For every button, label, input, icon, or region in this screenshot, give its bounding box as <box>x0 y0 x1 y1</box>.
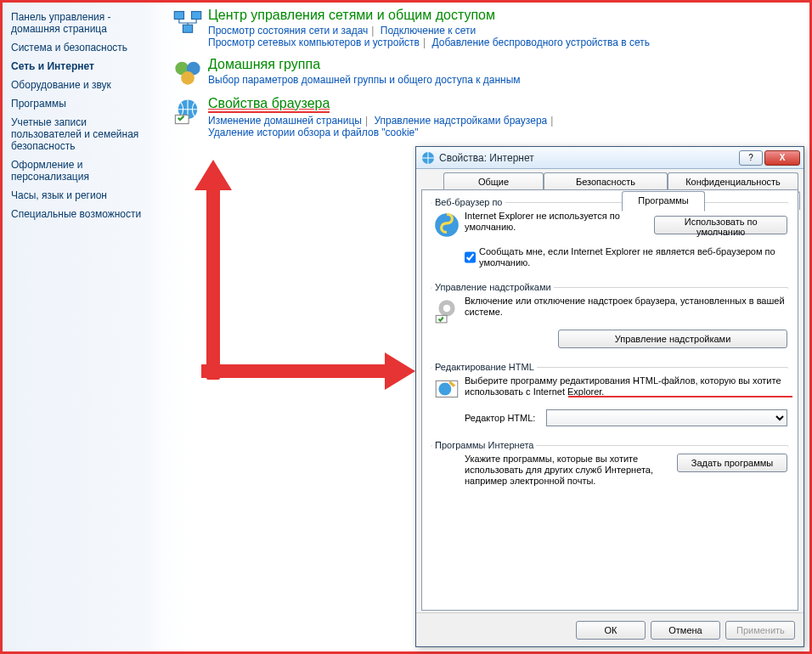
sidebar: Панель управления - домашняя страница Си… <box>3 3 160 223</box>
link-add-wireless[interactable]: Добавление беспроводного устройства в се… <box>431 37 650 48</box>
sidebar-item-clock[interactable]: Часы, язык и регион <box>11 186 151 205</box>
tab-general[interactable]: Общие <box>443 172 544 191</box>
internet-programs-text: Укажите программы, которые вы хотите исп… <box>465 454 677 487</box>
link-view-computers[interactable]: Просмотр сетевых компьютеров и устройств <box>208 37 420 48</box>
group-default-browser: Веб-браузер по Internet Explorer не испо… <box>431 197 789 275</box>
close-button[interactable]: X <box>764 150 800 166</box>
network-center-icon <box>172 8 203 38</box>
section-network-center: Центр управления сетями и общим доступом… <box>172 8 803 48</box>
apply-button[interactable]: Применить <box>725 621 795 640</box>
ok-button[interactable]: ОК <box>576 621 646 640</box>
section-title[interactable]: Домашняя группа <box>208 57 521 72</box>
notify-checkbox-label: Сообщать мне, если Internet Explorer не … <box>479 246 787 268</box>
sidebar-item-system[interactable]: Система и безопасность <box>11 38 151 57</box>
svg-point-5 <box>181 71 195 85</box>
link-manage-addons[interactable]: Управление надстройками браузера <box>374 115 547 127</box>
html-editor-select[interactable] <box>546 409 787 426</box>
group-manage-addons: Управление надстройками Включение или от… <box>431 282 789 355</box>
tab-privacy[interactable]: Конфиденциальность <box>668 172 798 191</box>
svg-point-11 <box>443 305 451 313</box>
svg-rect-1 <box>192 12 201 20</box>
internet-properties-dialog: Свойства: Интернет ? X Общие Безопасност… <box>415 146 804 647</box>
sidebar-item-network[interactable]: Сеть и Интернет <box>11 57 151 76</box>
link-change-homepage[interactable]: Изменение домашней страницы <box>208 115 362 127</box>
tab-programs[interactable]: Программы <box>622 191 705 211</box>
main-panel: Центр управления сетями и общим доступом… <box>172 8 803 147</box>
html-editor-icon <box>432 375 461 404</box>
section-title[interactable]: Центр управления сетями и общим доступом <box>208 8 650 23</box>
group-html-editor: Редактирование HTML Выберите программу р… <box>431 362 789 433</box>
ie-icon <box>432 211 461 240</box>
html-editor-text: Выберите программу редактирования HTML-ф… <box>465 375 787 404</box>
svg-rect-0 <box>174 12 183 20</box>
gear-addons-icon <box>432 296 461 324</box>
group-legend: Веб-браузер по <box>432 197 505 207</box>
tab-security[interactable]: Безопасность <box>544 172 668 191</box>
manage-addons-text: Включение или отключение надстроек брауз… <box>465 296 787 324</box>
default-browser-text: Internet Explorer не используется по умо… <box>465 211 654 240</box>
group-legend: Программы Интернета <box>432 440 536 450</box>
cancel-button[interactable]: Отмена <box>651 621 720 640</box>
internet-icon <box>421 151 435 165</box>
svg-rect-2 <box>183 25 192 32</box>
sidebar-item-access[interactable]: Специальные возможности <box>11 205 151 223</box>
annotation-arrow-up <box>201 160 225 381</box>
sidebar-item-home[interactable]: Панель управления - домашняя страница <box>11 8 151 38</box>
notify-checkbox[interactable] <box>465 246 476 268</box>
help-button[interactable]: ? <box>739 150 763 166</box>
section-browser-properties: Свойства браузера Изменение домашней стр… <box>172 96 803 138</box>
group-legend: Редактирование HTML <box>432 362 537 372</box>
link-delete-history[interactable]: Удаление истории обзора и файлов "cookie… <box>208 127 419 138</box>
svg-rect-7 <box>175 116 189 124</box>
section-homegroup: Домашняя группа Выбор параметров домашне… <box>172 57 803 87</box>
dialog-title: Свойства: Интернет <box>439 152 737 164</box>
section-title[interactable]: Свойства браузера <box>208 96 330 113</box>
group-internet-programs: Программы Интернета Укажите программы, к… <box>431 440 789 493</box>
sidebar-item-programs[interactable]: Программы <box>11 94 151 113</box>
manage-addons-button[interactable]: Управление надстройками <box>558 330 787 348</box>
group-legend: Управление надстройками <box>432 282 554 292</box>
annotation-underline <box>568 396 792 397</box>
sidebar-item-appearance[interactable]: Оформление и персонализация <box>11 155 151 186</box>
sidebar-item-users[interactable]: Учетные записи пользователей и семейная … <box>11 113 151 155</box>
link-homegroup-params[interactable]: Выбор параметров домашней группы и общег… <box>208 74 521 86</box>
annotation-arrow-right <box>201 359 415 383</box>
dialog-button-bar: ОК Отмена Применить <box>416 612 804 646</box>
homegroup-icon <box>172 57 203 87</box>
svg-point-14 <box>438 383 451 396</box>
set-programs-button[interactable]: Задать программы <box>677 454 787 472</box>
dialog-title-bar[interactable]: Свойства: Интернет ? X <box>416 147 804 169</box>
link-network-status[interactable]: Просмотр состояния сети и задач <box>208 25 368 37</box>
html-editor-label: Редактор HTML: <box>465 413 546 423</box>
link-connect-network[interactable]: Подключение к сети <box>381 25 476 37</box>
make-default-button[interactable]: Использовать по умолчанию <box>654 216 787 234</box>
internet-options-icon <box>172 96 203 127</box>
sidebar-item-hardware[interactable]: Оборудование и звук <box>11 76 151 94</box>
tab-panel-programs: Веб-браузер по Internet Explorer не испо… <box>421 189 798 611</box>
